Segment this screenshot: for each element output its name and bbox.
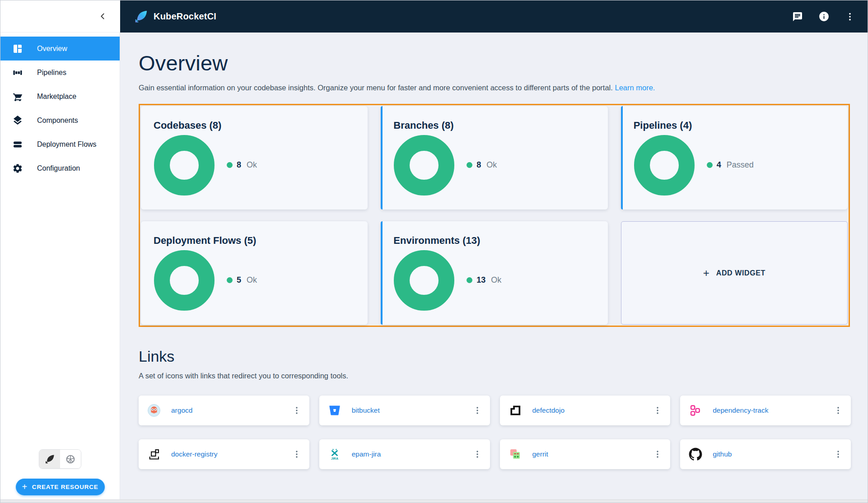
widget-title: Pipelines (4) — [634, 120, 692, 131]
kuberocketci-portal: KubeRocketCI Overview Pipelines — [0, 0, 868, 503]
link-menu-button[interactable] — [291, 448, 302, 461]
link-card-defectdojo: defectdojo — [500, 396, 671, 425]
krci-view-toggle-button[interactable] — [39, 450, 60, 468]
legend-count: 8 — [476, 160, 481, 170]
sidebar-item-configuration[interactable]: Configuration — [0, 156, 120, 180]
widget-card-deployment-flows: Deployment Flows (5) 5 Ok — [141, 221, 368, 325]
add-widget-card[interactable]: + ADD WIDGET — [621, 221, 848, 325]
legend-count: 5 — [237, 275, 241, 285]
sidebar-item-label: Pipelines — [37, 69, 66, 77]
sidebar-header — [0, 0, 120, 33]
legend-dot — [467, 162, 472, 168]
widget-accent-bar — [621, 106, 623, 210]
page-description-text: Gain essential information on your codeb… — [139, 84, 613, 92]
link-menu-button[interactable] — [652, 404, 663, 417]
widget-legend: 8 Ok — [227, 160, 257, 170]
bitbucket-icon — [328, 404, 341, 417]
link-menu-button[interactable] — [472, 448, 483, 461]
kebab-menu-icon — [835, 450, 842, 459]
plus-icon: + — [22, 482, 27, 491]
info-icon — [818, 11, 830, 22]
brand: KubeRocketCI — [134, 10, 216, 23]
kebab-menu-icon — [293, 406, 300, 415]
marketplace-cart-icon — [12, 91, 23, 102]
horizontal-scrollbar[interactable] — [0, 499, 868, 503]
kubernetes-helm-icon — [65, 454, 75, 464]
sidebar-footer: + CREATE RESOURCE — [0, 449, 120, 495]
header-actions — [790, 9, 857, 24]
environments-donut-chart — [394, 250, 454, 311]
svg-text:JIRA: JIRA — [331, 457, 338, 460]
sidebar-item-label: Deployment Flows — [37, 140, 97, 149]
sidebar-item-deployment-flows[interactable]: Deployment Flows — [0, 132, 120, 156]
sidebar-item-marketplace[interactable]: Marketplace — [0, 84, 120, 108]
widget-card-codebases: Codebases (8) 8 Ok — [141, 106, 368, 210]
widgets-section: Codebases (8) 8 Ok Branches (8) 8 Ok — [139, 104, 850, 327]
dependency-track-icon — [689, 404, 702, 417]
deployment-flows-donut-chart — [154, 250, 215, 311]
learn-more-link[interactable]: Learn more. — [615, 84, 655, 92]
legend-status: Ok — [247, 160, 257, 170]
link-label[interactable]: docker-registry — [171, 450, 218, 458]
create-resource-button[interactable]: + CREATE RESOURCE — [16, 479, 105, 495]
legend-count: 4 — [717, 160, 721, 170]
link-label[interactable]: defectdojo — [532, 406, 565, 415]
link-label[interactable]: bitbucket — [352, 406, 380, 415]
widget-title: Environments (13) — [393, 235, 480, 247]
link-card-github: github — [680, 439, 851, 469]
legend-dot — [227, 162, 233, 168]
link-menu-button[interactable] — [833, 448, 844, 461]
sidebar-nav: Overview Pipelines Marketplace Component… — [0, 37, 120, 180]
defectdojo-icon — [509, 404, 522, 417]
legend-dot — [707, 162, 713, 168]
legend-dot — [227, 277, 233, 283]
kubernetes-view-toggle-button[interactable] — [60, 450, 81, 468]
create-resource-label: CREATE RESOURCE — [32, 484, 98, 490]
github-icon — [689, 447, 702, 461]
chevron-left-icon — [98, 11, 107, 21]
epam-jira-icon: JIRA — [328, 447, 341, 461]
link-label[interactable]: gerrit — [532, 450, 548, 458]
deployment-flows-icon — [12, 139, 23, 150]
links-grid: argocd bitbucket — [139, 396, 851, 469]
widget-card-branches: Branches (8) 8 Ok — [381, 106, 607, 210]
legend-status: Ok — [247, 275, 257, 285]
link-card-bitbucket: bitbucket — [319, 396, 490, 425]
plus-icon: + — [703, 268, 709, 279]
links-section-description: A set of icons with links that redirect … — [139, 372, 849, 380]
kebab-menu-icon — [474, 450, 481, 459]
kebab-menu-icon — [835, 406, 842, 415]
link-menu-button[interactable] — [652, 448, 663, 461]
widget-title: Branches (8) — [393, 120, 453, 131]
link-label[interactable]: argocd — [171, 406, 192, 415]
sidebar-item-label: Configuration — [37, 164, 80, 172]
link-menu-button[interactable] — [291, 404, 302, 417]
link-label[interactable]: github — [713, 450, 732, 458]
sidebar-item-label: Components — [37, 116, 78, 125]
kebab-menu-icon — [293, 450, 300, 459]
sidebar-item-label: Overview — [37, 45, 67, 53]
sidebar-item-components[interactable]: Components — [0, 108, 120, 132]
link-label[interactable]: dependency-track — [713, 406, 768, 415]
legend-count: 13 — [476, 275, 485, 285]
link-card-docker-registry: docker-registry — [139, 439, 309, 469]
more-menu-button[interactable] — [843, 10, 857, 23]
widget-title: Deployment Flows (5) — [154, 235, 256, 247]
link-label[interactable]: epam-jira — [352, 450, 381, 458]
link-menu-button[interactable] — [472, 404, 483, 417]
sidebar-collapse-button[interactable] — [95, 9, 110, 24]
link-card-gerrit: gerrit — [500, 439, 671, 469]
sidebar-item-pipelines[interactable]: Pipelines — [0, 61, 120, 84]
sidebar-item-overview[interactable]: Overview — [0, 37, 120, 61]
app-header: KubeRocketCI — [120, 0, 868, 33]
widget-legend: 5 Ok — [227, 275, 257, 285]
rocket-feather-icon — [45, 454, 55, 464]
widget-legend: 13 Ok — [467, 275, 501, 285]
link-menu-button[interactable] — [833, 404, 844, 417]
configuration-gear-icon — [12, 163, 23, 174]
page-description: Gain essential information on your codeb… — [139, 84, 849, 92]
info-button[interactable] — [817, 9, 831, 24]
kebab-menu-icon — [474, 406, 481, 415]
link-card-dependency-track: dependency-track — [680, 396, 851, 425]
chat-button[interactable] — [790, 9, 805, 24]
